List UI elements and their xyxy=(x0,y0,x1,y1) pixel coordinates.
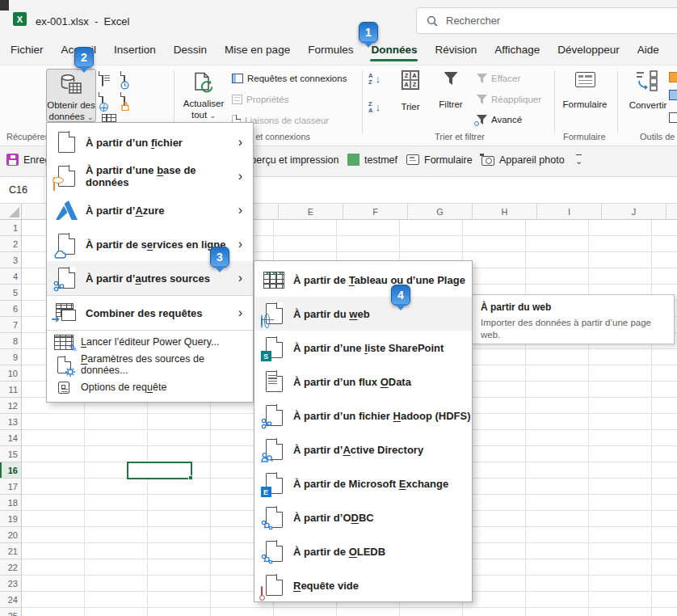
sort-az-button[interactable]: AZ ↓ xyxy=(368,73,381,86)
column-header-F[interactable]: F xyxy=(343,204,408,219)
menu-item-launch-power-query[interactable]: ✎ Lancer l’éditeur Power Query... xyxy=(47,331,253,353)
row-header-20[interactable]: 20 xyxy=(0,527,21,543)
row-header-7[interactable]: 7 xyxy=(0,317,21,333)
row-header-3[interactable]: 3 xyxy=(0,252,21,268)
chevron-right-icon: › xyxy=(238,306,253,320)
row-header-23[interactable]: 23 xyxy=(0,576,21,592)
row-header-5[interactable]: 5 xyxy=(0,285,21,301)
data-source-settings-icon xyxy=(47,357,81,373)
sort-ascending-icon: ↓ xyxy=(375,73,381,85)
queries-connections-button[interactable]: Requêtes et connexions xyxy=(232,74,347,83)
tab-developpeur[interactable]: Développeur xyxy=(549,39,629,62)
dropdown-caret-icon: ⌄ xyxy=(87,113,94,121)
camera-button[interactable]: Appareil photo xyxy=(481,154,565,166)
row-header-19[interactable]: 19 xyxy=(0,511,21,527)
tab-power-pivot[interactable]: Power Pi xyxy=(668,39,677,62)
menu-item-from-azure[interactable]: À partir d’Azure › xyxy=(47,193,253,227)
row-header-17[interactable]: 17 xyxy=(0,479,21,495)
tab-insertion[interactable]: Insertion xyxy=(105,39,165,62)
row-header-16[interactable]: 16 xyxy=(0,462,21,479)
menu-item-from-database[interactable]: À partir d’une base de données › xyxy=(47,159,253,193)
row-header-11[interactable]: 11 xyxy=(0,382,21,398)
row-header-24[interactable]: 24 xyxy=(0,592,21,608)
submenu-item-from-sharepoint[interactable]: S À partir d’une liste SharePoint xyxy=(254,331,472,365)
row-header-6[interactable]: 6 xyxy=(0,301,21,317)
fill-handle[interactable] xyxy=(188,475,193,480)
row-header-25[interactable]: 25 xyxy=(0,608,21,616)
flash-fill-icon[interactable] xyxy=(669,72,677,82)
qat-overflow-button[interactable]: ⌄ xyxy=(575,154,582,167)
row-header-22[interactable]: 22 xyxy=(0,559,21,576)
tab-revision[interactable]: Révision xyxy=(426,39,486,62)
submenu-item-from-active-directory[interactable]: À partir d’Active Directory xyxy=(254,432,472,466)
tab-affichage[interactable]: Affichage xyxy=(486,39,549,62)
filter-button[interactable]: Filtrer xyxy=(433,70,469,110)
sort-descending-icon: ↓ xyxy=(375,101,381,113)
column-header-G[interactable]: G xyxy=(408,204,473,219)
selected-cell-C16[interactable] xyxy=(127,462,192,479)
menu-item-combine-queries[interactable]: ➜ Combiner des requêtes › xyxy=(47,296,253,330)
tab-mise-en-page[interactable]: Mise en page xyxy=(216,39,299,62)
from-web-ribbon-icon[interactable] xyxy=(102,93,103,108)
remove-duplicates-icon[interactable] xyxy=(669,90,677,100)
submenu-item-from-odata[interactable]: À partir d’un flux OData xyxy=(254,365,472,399)
column-header-H[interactable]: H xyxy=(473,204,537,219)
testmef-button[interactable]: testmef xyxy=(347,154,397,166)
column-header-J[interactable]: J xyxy=(602,204,666,219)
submenu-item-from-hadoop[interactable]: À partir d’un fichier Hadoop (HDFS) xyxy=(254,399,472,432)
row-header-15[interactable]: 15 xyxy=(0,446,21,462)
row-header-18[interactable]: 18 xyxy=(0,495,21,511)
get-data-button[interactable]: Obtenir des données ⌄ xyxy=(46,69,96,122)
chevron-right-icon: › xyxy=(238,203,253,217)
submenu-item-from-exchange[interactable]: E À partir de Microsoft Exchange xyxy=(254,466,472,500)
row-header-10[interactable]: 10 xyxy=(0,365,21,382)
submenu-item-blank-query[interactable]: Requête vide xyxy=(254,568,472,602)
menu-item-data-source-settings[interactable]: Paramètres des sources de données... xyxy=(47,353,253,376)
menu-item-query-options[interactable]: Options de requête xyxy=(47,376,253,399)
form-button[interactable]: Formulaire xyxy=(561,70,609,110)
name-box[interactable]: C16 xyxy=(0,177,44,203)
sort-za-button[interactable]: ZA ↓ xyxy=(368,101,381,114)
row-header-9[interactable]: 9 xyxy=(0,349,21,365)
row-header-2[interactable]: 2 xyxy=(0,236,21,252)
column-header-E[interactable]: E xyxy=(279,204,343,219)
text-to-columns-button[interactable]: Convertir xyxy=(624,70,672,111)
overflow-chevron-icon: ⌄ xyxy=(575,154,582,167)
select-all-corner[interactable] xyxy=(0,204,22,220)
tab-fichier[interactable]: Fichier xyxy=(2,39,53,62)
advanced-filter-button[interactable]: Avancé xyxy=(477,115,522,124)
row-header-8[interactable]: 8 xyxy=(0,333,21,349)
column-header-I[interactable]: I xyxy=(537,204,602,219)
menu-item-from-file[interactable]: À partir d’un fichier › xyxy=(47,125,253,159)
sort-button[interactable]: ZAAZ Trier xyxy=(393,70,427,112)
properties-icon xyxy=(232,95,242,104)
window-title: ex-001.xlsx - Excel xyxy=(36,15,129,27)
tooltip-from-web: À partir du web Importer des données à p… xyxy=(472,294,675,344)
web-file-icon xyxy=(254,303,293,324)
print-preview-button[interactable]: Aperçu et impression xyxy=(244,154,338,166)
step-badge-4: 4 xyxy=(391,285,410,306)
row-header-4[interactable]: 4 xyxy=(0,268,21,285)
tab-dessin[interactable]: Dessin xyxy=(165,39,216,62)
row-header-1[interactable]: 1 xyxy=(0,220,21,236)
text-csv-source-icon[interactable] xyxy=(102,72,103,86)
submenu-item-from-oledb[interactable]: À partir de OLEDB xyxy=(254,534,472,568)
consolidate-icon[interactable] xyxy=(669,112,677,123)
submenu-item-from-web[interactable]: À partir du web xyxy=(254,297,472,331)
column-header-K[interactable]: K xyxy=(666,204,677,219)
existing-connections-icon[interactable] xyxy=(124,93,125,108)
row-header-12[interactable]: 12 xyxy=(0,398,21,414)
recent-sources-icon[interactable] xyxy=(124,72,125,86)
qat-form-button[interactable]: Formulaire xyxy=(406,154,473,166)
tab-aide[interactable]: Aide xyxy=(629,39,668,62)
row-header-13[interactable]: 13 xyxy=(0,414,21,430)
other-sources-submenu: À partir de Tableau ou d’une Plage À par… xyxy=(254,260,473,602)
submenu-item-from-table-range[interactable]: À partir de Tableau ou d’une Plage xyxy=(254,263,472,297)
search-box[interactable]: Rechercher xyxy=(416,7,677,34)
row-header-14[interactable]: 14 xyxy=(0,430,21,446)
submenu-item-from-odbc[interactable]: À partir d’ODBC xyxy=(254,500,472,534)
row-header-21[interactable]: 21 xyxy=(0,543,21,559)
chevron-right-icon: › xyxy=(238,271,253,285)
tab-formules[interactable]: Formules xyxy=(299,39,362,62)
refresh-all-button[interactable]: Actualiser tout ⌄ xyxy=(178,69,229,122)
